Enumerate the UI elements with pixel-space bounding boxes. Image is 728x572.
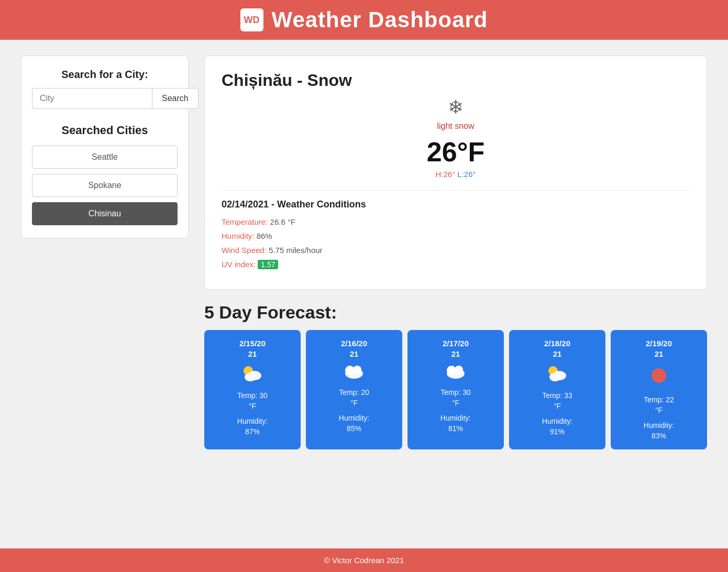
forecast-date: 2/19/20 21 <box>646 338 672 359</box>
uv-row: UV index: 1.57 <box>222 260 690 269</box>
humidity-value: 86% <box>257 232 272 240</box>
search-row: Search <box>32 88 178 109</box>
sidebar: Search for a City: Search Searched Citie… <box>21 56 189 238</box>
wind-label: Wind Speed: <box>222 246 267 255</box>
current-weather-card: Chișinău - Snow ❄ light snow 26°F H:26° … <box>204 56 707 290</box>
svg-point-12 <box>652 368 666 383</box>
wind-row: Wind Speed: 5.75 miles/hour <box>222 246 690 255</box>
forecast-temp: Temp: 33 °F <box>542 391 572 411</box>
temperature-row: Temperature: 26.6 °F <box>222 217 690 226</box>
city-button[interactable]: Spokane <box>32 174 178 197</box>
forecast-weather-icon <box>444 364 467 382</box>
logo-text: WD <box>244 15 260 26</box>
temperature-main: 26°F <box>222 136 690 168</box>
weather-panel: Chișinău - Snow ❄ light snow 26°F H:26° … <box>204 56 707 449</box>
footer-text: © Victor Codrean 2021 <box>324 556 404 565</box>
uv-label: UV index: <box>222 260 256 269</box>
wind-value: 5.75 miles/hour <box>269 246 323 255</box>
uv-value: 1.57 <box>258 260 278 269</box>
forecast-temp: Temp: 30 °F <box>440 388 471 408</box>
svg-point-8 <box>455 366 463 374</box>
conditions-section: 02/14/2021 - Weather Conditions Temperat… <box>222 190 690 269</box>
search-button[interactable]: Search <box>152 88 198 109</box>
forecast-section: 5 Day Forecast: 2/15/20 21 Temp: 30 °FHu… <box>204 302 707 449</box>
temp-low: L:26° <box>457 170 476 179</box>
svg-point-2 <box>245 373 256 381</box>
forecast-humidity: Humidity: 91% <box>542 416 572 437</box>
forecast-humidity: Humidity: 83% <box>644 421 674 441</box>
search-input[interactable] <box>32 88 152 109</box>
forecast-humidity: Humidity: 81% <box>440 413 471 434</box>
humidity-row: Humidity: 86% <box>222 232 690 240</box>
conditions-date: 02/14/2021 - Weather Conditions <box>222 199 690 210</box>
temperature-value: 26.6 °F <box>270 217 296 226</box>
forecast-humidity: Humidity: 85% <box>339 413 369 434</box>
forecast-weather-icon <box>546 364 569 386</box>
forecast-date: 2/17/20 21 <box>443 338 469 359</box>
weather-icon: ❄ <box>448 96 464 118</box>
temperature-label: Temperature: <box>222 217 268 226</box>
forecast-cards: 2/15/20 21 Temp: 30 °FHumidity: 87%2/16/… <box>204 330 707 449</box>
forecast-temp: Temp: 22 °F <box>644 395 674 415</box>
search-label: Search for a City: <box>32 69 178 81</box>
city-button[interactable]: Seattle <box>32 146 178 169</box>
temp-high: H:26° <box>435 170 455 179</box>
forecast-date: 2/18/20 21 <box>544 338 570 359</box>
temp-high-low: H:26° L:26° <box>222 170 690 179</box>
forecast-temp: Temp: 20 °F <box>339 388 369 408</box>
forecast-date: 2/15/20 21 <box>239 338 266 359</box>
weather-description: light snow <box>222 122 690 131</box>
forecast-card: 2/15/20 21 Temp: 30 °FHumidity: 87% <box>204 330 301 449</box>
forecast-title: 5 Day Forecast: <box>204 302 707 323</box>
searched-cities-label: Searched Cities <box>32 124 178 137</box>
forecast-weather-icon <box>647 364 670 390</box>
main-content: Search for a City: Search Searched Citie… <box>0 40 728 548</box>
app-logo: WD <box>240 8 263 31</box>
weather-icon-area: ❄ <box>222 96 690 118</box>
forecast-temp: Temp: 30 °F <box>237 391 268 411</box>
forecast-humidity: Humidity: 87% <box>237 416 268 437</box>
forecast-weather-icon <box>343 364 366 382</box>
forecast-date: 2/16/20 21 <box>341 338 367 359</box>
humidity-label: Humidity: <box>222 232 255 240</box>
forecast-card: 2/19/20 21 Temp: 22 °FHumidity: 83% <box>611 330 707 449</box>
svg-point-11 <box>549 373 561 381</box>
forecast-card: 2/16/20 21 Temp: 20 °FHumidity: 85% <box>306 330 402 449</box>
app-header: WD Weather Dashboard <box>0 0 728 40</box>
app-footer: © Victor Codrean 2021 <box>0 548 728 572</box>
city-list: SeattleSpokaneChisinau <box>32 146 178 225</box>
app-title: Weather Dashboard <box>272 7 488 32</box>
svg-point-5 <box>353 366 361 374</box>
city-weather-title: Chișinău - Snow <box>222 71 690 90</box>
forecast-card: 2/17/20 21 Temp: 30 °FHumidity: 81% <box>407 330 504 449</box>
forecast-weather-icon <box>241 364 264 386</box>
city-button[interactable]: Chisinau <box>32 202 178 225</box>
forecast-card: 2/18/20 21 Temp: 33 °FHumidity: 91% <box>509 330 605 449</box>
